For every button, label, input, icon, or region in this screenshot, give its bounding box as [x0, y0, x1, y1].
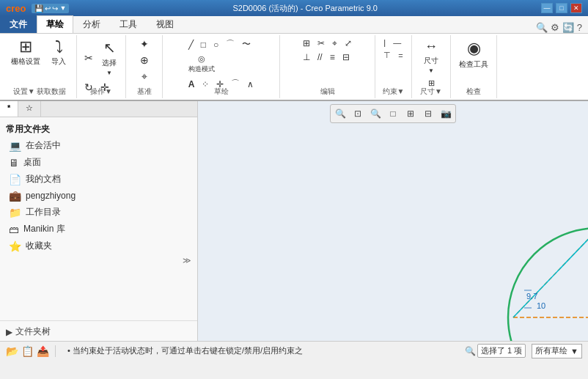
question-icon[interactable]: ? [577, 22, 582, 33]
trim-icon: ✂ [317, 38, 325, 48]
status-open-icon[interactable]: 📂 [6, 345, 18, 357]
title-bar: creo 💾 ↩ ↪ ▼ S2D0006 (活动的) - Creo Parame… [0, 0, 588, 16]
operations-group-content: ✂ ↖ 选择 ▼ ↻ ✛ [81, 37, 121, 115]
folder-list: 常用文件夹 💻 在会活中 🖥 桌面 📄 我的文档 💼 pengzhiyong 📁… [0, 117, 197, 320]
folder-desktop[interactable]: 🖥 桌面 [6, 154, 191, 171]
sketch-group-label: 草绘 [214, 87, 229, 97]
desktop-icon: 🖥 [9, 157, 19, 169]
settings-icon[interactable]: 🔄 [562, 22, 574, 33]
point-sketch-btn[interactable]: ⁘ [199, 76, 212, 92]
search-ribbon-icon[interactable]: 🔍 [536, 22, 548, 33]
trim-btn[interactable]: ✂ [315, 37, 328, 50]
sketch-line-1 [513, 229, 588, 317]
tree-expand-icon: ▶ [6, 327, 12, 337]
maximize-btn[interactable]: □ [556, 3, 567, 13]
line-btn[interactable]: ╱ [185, 37, 196, 52]
help-icon[interactable]: ⚙ [551, 22, 559, 33]
grid-icon: ⊞ [19, 39, 32, 55]
csys-btn[interactable]: ⌖ [139, 69, 150, 84]
rotate-resize-btn[interactable]: ⤢ [342, 37, 355, 50]
folder-work-dir[interactable]: 📁 工作目录 [6, 204, 191, 221]
grid-settings-btn[interactable]: ⊞ 栅格设置 [7, 37, 44, 69]
vertical-constraint-btn[interactable]: | [381, 37, 389, 48]
window-controls[interactable]: — □ ✕ [541, 3, 582, 13]
save-qa-btn[interactable]: 💾 [34, 4, 43, 12]
circle-btn[interactable]: ○ [210, 37, 221, 52]
construct-mode-btn[interactable]: ◎构造模式 [185, 53, 218, 76]
axis-btn[interactable]: ⊕ [137, 53, 152, 67]
thicken-btn[interactable]: ⊟ [339, 51, 353, 64]
selection-search-bar[interactable]: 选择了 1 项 [477, 344, 526, 358]
title-bar-controls[interactable]: 💾 ↩ ↪ ▼ [32, 4, 69, 13]
divide-btn[interactable]: ⌖ [329, 37, 340, 50]
ribbon-group-constraints: | — ⊤ = 约束▼ [375, 35, 412, 98]
grid-settings-label: 栅格设置 [11, 56, 40, 67]
close-btn[interactable]: ✕ [570, 3, 582, 13]
arc-btn[interactable]: ⌒ [223, 37, 238, 52]
collapse-btn[interactable]: ≫ [6, 254, 191, 267]
offset-icon: ≡ [330, 52, 335, 62]
status-export-icon[interactable]: 📤 [37, 345, 49, 357]
status-right: 🔍 选择了 1 项 所有草绘 ▼ [465, 344, 582, 358]
rotate-resize-icon: ⤢ [345, 38, 352, 48]
rect-btn[interactable]: □ [198, 37, 209, 52]
active-session-label: 在会活中 [26, 139, 61, 152]
tab-view[interactable]: 视图 [147, 15, 183, 33]
constraint-row1: | — [381, 37, 405, 48]
status-separator-1 [55, 345, 56, 357]
panel-tab-main[interactable]: * [0, 101, 18, 117]
redo-qa-btn[interactable]: ↪ [52, 4, 58, 12]
select-dropdown-arrow: ▼ [106, 70, 112, 76]
tangent-constraint-btn[interactable]: ⊤ [381, 49, 394, 62]
minimize-btn[interactable]: — [541, 3, 553, 13]
undo-qa-btn[interactable]: ↩ [45, 4, 51, 12]
folder-pengzhiyong[interactable]: 💼 pengzhiyong [6, 188, 191, 204]
cut-btn[interactable]: ✂ [81, 37, 96, 78]
dim-10-label: 10 [537, 301, 545, 310]
point-btn[interactable]: ✦ [137, 37, 152, 51]
filter-dropdown[interactable]: 所有草绘 ▼ [532, 344, 582, 358]
ribbon-group-sketch: ╱ □ ○ ⌒ 〜 ◎构造模式 A ⁘ ✛ ⌒ ∧ 草绘 [163, 35, 280, 98]
tab-file[interactable]: 文件 [0, 15, 37, 33]
text-btn[interactable]: A [185, 76, 198, 92]
chamfer-btn[interactable]: ∧ [244, 76, 257, 92]
perp-icon: ⊥ [303, 52, 310, 62]
folder-manikin[interactable]: 🗃 Manikin 库 [6, 221, 191, 238]
tab-analysis[interactable]: 分析 [73, 15, 110, 33]
parallel-btn[interactable]: // [315, 51, 326, 64]
ribbon-group-operations: ✂ ↖ 选择 ▼ ↻ ✛ 操作▼ [77, 35, 126, 98]
import-btn[interactable]: ⤵ 导入 [45, 37, 72, 69]
spline-btn[interactable]: 〜 [239, 37, 254, 52]
folder-active-session[interactable]: 💻 在会活中 [6, 137, 191, 154]
edit-row1: ⊞ ✂ ⌖ ⤢ [300, 37, 355, 50]
folder-favorites[interactable]: ⭐ 收藏夹 [6, 238, 191, 254]
operations-group-label: 操作▼ [90, 87, 112, 97]
mirror-btn[interactable]: ⊞ [300, 37, 313, 50]
qa-dropdown-btn[interactable]: ▼ [59, 4, 66, 12]
canvas-area: 🔍 ⊡ 🔍 □ ⊞ ⊟ 📷 48.23 [198, 101, 588, 341]
fillet-btn[interactable]: ⌒ [228, 76, 243, 92]
offset-btn[interactable]: ≡ [327, 51, 338, 64]
status-list-icon[interactable]: 📋 [21, 345, 34, 357]
select-btn[interactable]: ↖ 选择 ▼ [98, 37, 121, 78]
equal-constraint-btn[interactable]: = [395, 49, 405, 62]
inspect-tools-btn[interactable]: ◉ 检查工具 [455, 37, 492, 72]
dimension-btn[interactable]: ↔ 尺寸 ▼ [416, 37, 446, 76]
horiz-constraint-icon: — [393, 38, 401, 47]
tab-sketch[interactable]: 草绘 [37, 15, 73, 33]
dimension-icon: ↔ [425, 39, 438, 54]
favorites-label: 收藏夹 [26, 240, 52, 252]
folder-tree-section[interactable]: ▶ 文件夹树 [0, 320, 197, 341]
status-search-area: 🔍 选择了 1 项 [465, 344, 526, 358]
folder-my-docs[interactable]: 📄 我的文档 [6, 171, 191, 188]
ribbon-group-settings: ⊞ 栅格设置 ⤵ 导入 设置▼ 获取数据 [3, 35, 77, 98]
tab-tools[interactable]: 工具 [110, 15, 147, 33]
status-search-icon: 🔍 [465, 346, 476, 356]
horiz-constraint-btn[interactable]: — [390, 37, 404, 48]
status-message: • 当约束处于活动状态时，可通过单击右键在锁定/禁用/启用约束之 [62, 345, 459, 356]
perp-btn[interactable]: ⊥ [300, 51, 313, 64]
dim-btns: ↔ 尺寸 ▼ ⊞ [416, 37, 446, 89]
my-docs-label: 我的文档 [26, 173, 61, 185]
panel-tab-star[interactable]: ☆ [18, 101, 41, 117]
dim-dropdown: ▼ [428, 67, 434, 74]
